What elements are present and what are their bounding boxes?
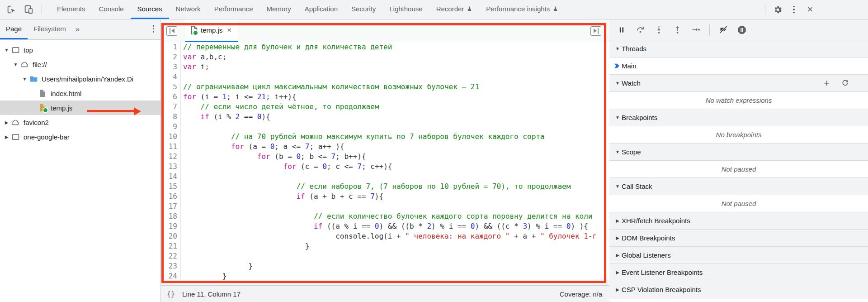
close-tab-icon[interactable]: ×	[227, 26, 231, 35]
chevron-down-icon[interactable]: ▼	[3, 48, 10, 53]
step-into-button[interactable]	[653, 24, 665, 36]
line-number[interactable]: 7	[161, 102, 180, 112]
tab-sources[interactable]: Sources	[131, 0, 169, 19]
refresh-icon[interactable]	[841, 79, 849, 87]
line-text[interactable]	[180, 172, 183, 182]
hide-navigator-icon[interactable]	[166, 26, 177, 36]
tab-lighthouse[interactable]: Lighthouse	[382, 0, 429, 19]
line-number[interactable]: 20	[161, 231, 180, 241]
line-text[interactable]: if ((a % i == 0) && ((b * 2) % i == 0) &…	[180, 221, 588, 231]
toggle-device-toolbar-icon[interactable]	[23, 4, 34, 15]
gear-icon[interactable]	[772, 4, 783, 15]
editor-tab-tempjs[interactable]: temp.js ×	[185, 19, 238, 42]
tab-console[interactable]: Console	[92, 0, 131, 19]
line-text[interactable]: for (b = 0; b <= 7; b++){	[180, 152, 366, 162]
tree-item-index-html[interactable]: index.html	[0, 86, 160, 101]
line-text[interactable]	[180, 122, 183, 132]
step-button[interactable]	[690, 24, 702, 36]
line-number[interactable]: 14	[161, 172, 180, 182]
line-text[interactable]: console.log(i + " человека: на каждого "…	[180, 231, 597, 241]
step-over-button[interactable]	[634, 24, 646, 36]
line-text[interactable]: // переменные для булочек и для количест…	[180, 42, 392, 52]
thread-row-main[interactable]: Main	[609, 58, 868, 75]
tab-recorder[interactable]: Recorder	[429, 0, 480, 19]
line-text[interactable]: // если число детей чётное, то продолжае…	[180, 102, 379, 112]
section-header-breakpoints[interactable]: ▼Breakpoints	[609, 109, 868, 126]
line-number[interactable]: 3	[161, 62, 180, 72]
line-text[interactable]	[180, 72, 183, 82]
line-number[interactable]: 13	[161, 162, 180, 172]
tree-item-users-mihailpolanin-yandex-di[interactable]: ▼Users/mihailpolanin/Yandex.Di	[0, 72, 160, 86]
line-text[interactable]: // если количество булочек каждого сорта…	[180, 211, 592, 221]
line-text[interactable]: // если наборов 7, (7 наборов по 10 рубл…	[180, 182, 571, 192]
line-number[interactable]: 5	[161, 82, 180, 92]
horizontal-scrollbar[interactable]	[161, 280, 609, 285]
pretty-print-icon[interactable]: {}	[167, 290, 175, 298]
tab-performance-insights[interactable]: Performance insights	[479, 0, 565, 19]
tab-network[interactable]: Network	[169, 0, 208, 19]
tab-memory[interactable]: Memory	[260, 0, 298, 19]
line-number[interactable]: 22	[161, 251, 180, 261]
line-number[interactable]: 12	[161, 152, 180, 162]
chevron-down-icon[interactable]: ▼	[12, 62, 19, 67]
section-header-threads[interactable]: ▼Threads	[609, 40, 868, 58]
show-debugger-sidebar-icon[interactable]	[590, 26, 601, 36]
section-header-call-stack[interactable]: ▼Call Stack	[609, 178, 868, 195]
line-number[interactable]: 16	[161, 192, 180, 201]
more-options-kebab-icon[interactable]	[788, 4, 800, 15]
tab-application[interactable]: Application	[298, 0, 344, 19]
section-header-xhr-fetch-breakpoints[interactable]: ▶XHR/fetch Breakpoints	[609, 212, 868, 230]
section-header-event-listener-breakpoints[interactable]: ▶Event Listener Breakpoints	[609, 264, 868, 281]
line-text[interactable]: // на 70 рублей можно максимум купить по…	[180, 132, 545, 142]
pause-on-exceptions-button[interactable]	[736, 24, 748, 36]
code-editor[interactable]: 1// переменные для булочек и для количес…	[161, 42, 609, 285]
line-number[interactable]: 2	[161, 52, 180, 62]
line-number[interactable]: 15	[161, 182, 180, 192]
section-header-scope[interactable]: ▼Scope	[609, 144, 868, 161]
navigator-kebab-icon[interactable]	[153, 25, 155, 33]
tree-item-favicon2[interactable]: ▶favicon2	[0, 115, 160, 129]
pause-script-button[interactable]	[616, 24, 627, 36]
line-number[interactable]: 23	[161, 261, 180, 271]
chevron-right-icon[interactable]: ▶	[3, 120, 10, 125]
section-header-dom-breakpoints[interactable]: ▶DOM Breakpoints	[609, 230, 868, 247]
deactivate-breakpoints-button[interactable]	[717, 24, 729, 36]
line-text[interactable]: var a,b,c;	[180, 52, 226, 62]
line-number[interactable]: 4	[161, 72, 180, 82]
tree-item-one-google-bar[interactable]: ▶one-google-bar	[0, 129, 160, 144]
line-text[interactable]	[180, 251, 183, 261]
line-number[interactable]: 10	[161, 132, 180, 142]
line-text[interactable]: for (i = 1; i <= 21; i++){	[180, 92, 296, 102]
line-text[interactable]: for (c = 0; c <= 7; c++){	[180, 162, 392, 172]
line-number[interactable]: 11	[161, 142, 180, 152]
tab-elements[interactable]: Elements	[50, 0, 92, 19]
section-header-watch[interactable]: ▼Watch+	[609, 75, 868, 92]
section-header-global-listeners[interactable]: ▶Global Listeners	[609, 247, 868, 264]
line-number[interactable]: 9	[161, 122, 180, 132]
section-header-csp-violation-breakpoints[interactable]: ▶CSP Violation Breakpoints	[609, 281, 868, 298]
line-text[interactable]: if (i % 2 == 0){	[180, 112, 270, 122]
more-tabs-chevrons-icon[interactable]: »	[72, 19, 83, 39]
add-watch-expression-icon[interactable]: +	[824, 78, 830, 88]
line-text[interactable]: var i;	[180, 62, 209, 72]
line-number[interactable]: 1	[161, 42, 180, 52]
line-number[interactable]: 21	[161, 241, 180, 251]
line-number[interactable]: 8	[161, 112, 180, 122]
tab-filesystem[interactable]: Filesystem	[28, 19, 72, 39]
line-number[interactable]: 6	[161, 92, 180, 102]
chevron-down-icon[interactable]: ▼	[21, 77, 28, 81]
line-text[interactable]: for (a = 0; a <= 7; a++ ){	[180, 142, 344, 152]
tab-performance[interactable]: Performance	[208, 0, 260, 19]
line-text[interactable]: if (a + b + c == 7){	[180, 192, 383, 201]
line-text[interactable]: // ограничиваем цикл максимальным количе…	[180, 82, 479, 92]
line-text[interactable]: }	[180, 261, 253, 271]
tree-item-top[interactable]: ▼top	[0, 43, 160, 57]
close-devtools-icon[interactable]: ×	[804, 4, 816, 15]
chevron-right-icon[interactable]: ▶	[3, 134, 10, 139]
tab-security[interactable]: Security	[344, 0, 382, 19]
line-number[interactable]: 19	[161, 221, 180, 231]
inspect-element-icon[interactable]	[5, 4, 17, 15]
line-text[interactable]: }	[180, 241, 309, 251]
tab-page[interactable]: Page	[0, 19, 28, 39]
line-text[interactable]	[180, 201, 183, 211]
